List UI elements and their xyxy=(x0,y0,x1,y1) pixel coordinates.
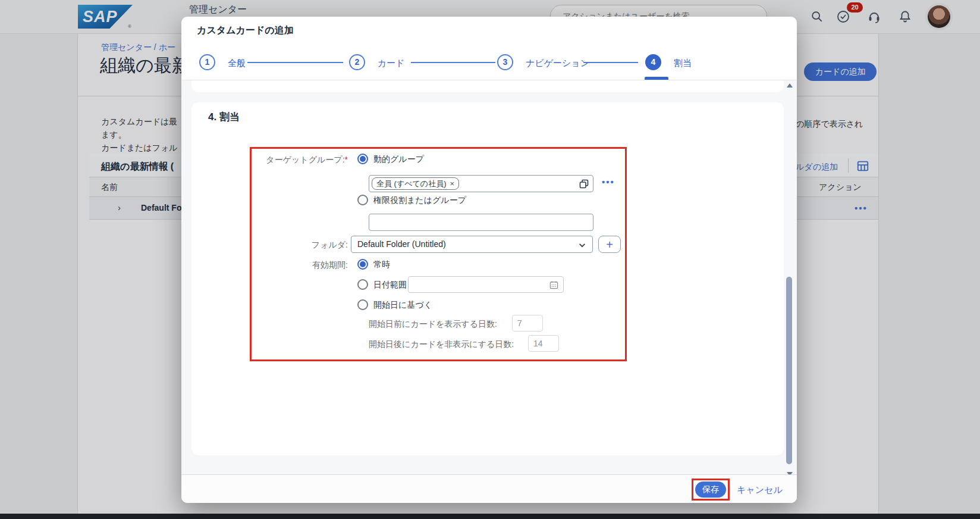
permission-group-label: 権限役割またはグループ xyxy=(373,195,466,206)
more-actions-button[interactable]: ••• xyxy=(602,177,615,187)
step-number: 4 xyxy=(645,54,661,70)
date-range-label: 日付範囲 xyxy=(373,280,407,290)
step-number: 1 xyxy=(199,54,215,70)
target-group-token-field[interactable]: 全員 (すべての社員) × xyxy=(369,175,593,192)
wizard-progress-bar: 1 全般 2 カード 3 ナビゲーション 4 割当 xyxy=(181,44,797,80)
scrollbar-thumb[interactable] xyxy=(786,277,792,464)
add-custom-card-dialog: カスタムカードの追加 1 全般 2 カード 3 ナビゲーション 4 割当 xyxy=(181,17,797,503)
assignment-section-card: 4. 割当 ターゲットグループ:* 動的グループ 全員 (すべての社員) × •… xyxy=(191,102,784,455)
dynamic-group-radio[interactable] xyxy=(357,154,368,164)
target-group-label: ターゲットグループ:* xyxy=(256,155,348,165)
wizard-connector xyxy=(411,62,495,63)
based-on-start-radio[interactable] xyxy=(357,299,368,310)
date-range-input[interactable] xyxy=(408,276,564,293)
dynamic-group-label: 動的グループ xyxy=(373,154,424,165)
step-label: ナビゲーション xyxy=(526,58,589,69)
required-marker: * xyxy=(345,155,348,164)
dialog-title: カスタムカードの追加 xyxy=(197,24,294,37)
value-help-button[interactable] xyxy=(579,179,589,189)
group-token-text: 全員 (すべての社員) xyxy=(376,179,447,189)
save-button[interactable]: 保存 xyxy=(695,482,726,498)
step-number: 3 xyxy=(497,54,513,70)
active-step-indicator xyxy=(645,77,668,80)
permission-group-radio[interactable] xyxy=(357,195,368,205)
validity-label: 有効期間: xyxy=(279,260,348,271)
wizard-connector xyxy=(247,62,343,63)
add-folder-plus-button[interactable]: + xyxy=(598,236,621,253)
wizard-content-area: 4. 割当 ターゲットグループ:* 動的グループ 全員 (すべての社員) × •… xyxy=(181,80,797,474)
days-after-input[interactable] xyxy=(528,335,559,352)
screen: SAP ® 管理センター 20 管理センター / ホー 組織の最新情 カードの追… xyxy=(0,0,980,519)
dialog-footer: 保存 キャンセル xyxy=(181,474,797,503)
value-help-icon xyxy=(579,179,589,189)
always-radio[interactable] xyxy=(357,259,368,270)
step-number: 2 xyxy=(349,54,365,70)
based-on-start-label: 開始日に基づく xyxy=(373,300,432,311)
days-before-input[interactable] xyxy=(512,315,543,332)
dialog-scrollbar[interactable] xyxy=(786,83,793,476)
folder-select-value: Default Folder (Untitled) xyxy=(357,239,446,249)
step-label: カード xyxy=(378,58,405,69)
token-remove-icon[interactable]: × xyxy=(450,179,455,188)
scroll-up-arrow-icon[interactable] xyxy=(787,83,793,87)
days-before-label: 開始日前にカードを表示する日数: xyxy=(369,319,497,330)
permission-group-input[interactable] xyxy=(369,214,593,231)
step-label: 割当 xyxy=(674,58,692,69)
date-range-radio[interactable] xyxy=(357,279,368,290)
section-heading: 4. 割当 xyxy=(208,110,240,124)
wizard-connector xyxy=(583,62,638,63)
step-label: 全般 xyxy=(228,58,246,69)
days-after-label: 開始日後にカードを非表示にする日数: xyxy=(369,339,514,350)
folder-label: フォルダ: xyxy=(279,240,348,251)
folder-select[interactable]: Default Folder (Untitled) xyxy=(351,236,593,253)
group-token-chip: 全員 (すべての社員) × xyxy=(372,177,459,190)
cancel-button[interactable]: キャンセル xyxy=(737,482,783,498)
previous-section-card-bottom xyxy=(191,80,784,92)
chevron-down-icon xyxy=(578,241,586,249)
calendar-icon[interactable] xyxy=(549,280,558,289)
always-label: 常時 xyxy=(373,260,390,270)
